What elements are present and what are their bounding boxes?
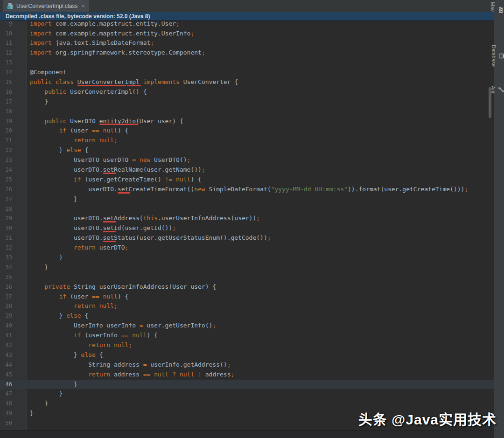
code-line[interactable]: 45 return address == null ? null : addre…	[0, 370, 494, 380]
line-number[interactable]: 37	[0, 292, 27, 302]
code-text: public UserConverterImpl() {	[27, 87, 494, 97]
code-line[interactable]: 42 return null;	[0, 341, 494, 350]
line-number[interactable]: 50	[0, 418, 27, 428]
banner-text: Decompiled .class file, bytecode version…	[6, 13, 150, 20]
line-number[interactable]: 22	[0, 146, 27, 155]
code-line[interactable]: 38 return null;	[0, 301, 494, 311]
line-number[interactable]: 46	[0, 380, 27, 389]
line-number[interactable]: 24	[0, 165, 27, 175]
line-number[interactable]: 35	[0, 272, 27, 282]
line-number[interactable]: 15	[0, 77, 27, 87]
line-number[interactable]: 42	[0, 341, 27, 350]
code-line[interactable]: 48 }	[0, 399, 494, 409]
line-number[interactable]: 19	[0, 117, 27, 126]
code-line[interactable]: 20 if (user == null) {	[0, 126, 494, 136]
code-text: userDTO.setRealName(user.getName());	[27, 165, 494, 175]
line-number[interactable]: 9	[0, 21, 27, 29]
code-line[interactable]: 32 return userDTO;	[0, 243, 494, 253]
line-number[interactable]: 38	[0, 301, 27, 311]
line-number[interactable]: 13	[0, 58, 27, 68]
code-line[interactable]: 28	[0, 204, 494, 214]
code-line[interactable]: 29 userDTO.setAddress(this.userUserInfoA…	[0, 214, 494, 223]
line-number[interactable]: 28	[0, 204, 27, 214]
line-number[interactable]: 32	[0, 243, 27, 253]
code-line[interactable]: 15public class UserConverterImpl impleme…	[0, 77, 494, 87]
code-line[interactable]: 36 private String userUserInfoAddress(Us…	[0, 282, 494, 292]
line-number[interactable]: 31	[0, 233, 27, 243]
code-line[interactable]: 44 String address = userInfo.getAddress(…	[0, 360, 494, 370]
code-line[interactable]: 39 } else {	[0, 311, 494, 321]
line-number[interactable]: 33	[0, 253, 27, 263]
line-number[interactable]: 21	[0, 136, 27, 146]
code-line[interactable]: 35	[0, 272, 494, 282]
line-number[interactable]: 26	[0, 185, 27, 195]
code-text: userDTO.setStatus(user.getUserStatusEnum…	[27, 233, 494, 243]
line-number[interactable]: 10	[0, 29, 27, 39]
line-number[interactable]: 27	[0, 195, 27, 204]
tool-button-maven[interactable]: m Maven	[494, 2, 504, 17]
code-line[interactable]: 31 userDTO.setStatus(user.getUserStatusE…	[0, 233, 494, 243]
line-number[interactable]: 12	[0, 48, 27, 58]
line-number[interactable]: 34	[0, 263, 27, 272]
code-line[interactable]: 41 if (userInfo == null) {	[0, 331, 494, 341]
tool-button-ant[interactable]: Ant	[494, 86, 504, 94]
code-line[interactable]: 14@Component	[0, 68, 494, 77]
error-underline	[103, 241, 116, 242]
line-number[interactable]: 47	[0, 389, 27, 399]
code-line[interactable]: 12import org.springframework.stereotype.…	[0, 48, 494, 58]
code-text: return null;	[27, 136, 494, 146]
code-text: }	[27, 399, 494, 409]
code-line[interactable]: 11import java.text.SimpleDateFormat;	[0, 38, 494, 48]
code-text: } else {	[27, 146, 494, 155]
line-number[interactable]: 29	[0, 214, 27, 223]
code-line[interactable]: 24 userDTO.setRealName(user.getName());	[0, 165, 494, 175]
database-icon	[499, 53, 504, 59]
line-number[interactable]: 25	[0, 175, 27, 185]
line-number[interactable]: 14	[0, 68, 27, 77]
tool-button-database[interactable]: Database	[494, 45, 504, 67]
code-line[interactable]: 19 public UserDTO entity2dto(User user) …	[0, 117, 494, 126]
line-number[interactable]: 43	[0, 350, 27, 360]
code-line[interactable]: 18	[0, 107, 494, 117]
line-number[interactable]: 39	[0, 311, 27, 321]
code-line[interactable]: 9import com.example.mapstruct.entity.Use…	[0, 21, 494, 29]
code-line[interactable]: 25 if (user.getCreateTime() != null) {	[0, 175, 494, 185]
line-number[interactable]: 16	[0, 87, 27, 97]
tab-close-icon[interactable]: ×	[81, 3, 85, 9]
code-line[interactable]: 16 public UserConverterImpl() {	[0, 87, 494, 97]
line-number[interactable]: 17	[0, 97, 27, 107]
code-editor[interactable]: 9import com.example.mapstruct.entity.Use…	[0, 21, 494, 430]
line-number[interactable]: 40	[0, 321, 27, 331]
line-number[interactable]: 41	[0, 331, 27, 341]
code-line[interactable]: 26 userDTO.setCreateTimeFormat((new Simp…	[0, 185, 494, 195]
code-line[interactable]: 27 }	[0, 195, 494, 204]
code-line[interactable]: 40 UserInfo userInfo = user.getUserInfo(…	[0, 321, 494, 331]
line-number[interactable]: 20	[0, 126, 27, 136]
code-line[interactable]: 22 } else {	[0, 146, 494, 155]
line-number[interactable]: 30	[0, 223, 27, 233]
code-line[interactable]: 13	[0, 58, 494, 68]
code-line[interactable]: 43 } else {	[0, 350, 494, 360]
code-line[interactable]: 21 return null;	[0, 136, 494, 146]
line-number[interactable]: 18	[0, 107, 27, 117]
code-text: }	[27, 97, 494, 107]
line-number[interactable]: 23	[0, 155, 27, 165]
line-number[interactable]: 36	[0, 282, 27, 292]
code-line[interactable]: 47 }	[0, 389, 494, 399]
line-number[interactable]: 45	[0, 370, 27, 380]
code-line[interactable]: 33 }	[0, 253, 494, 263]
code-line[interactable]: 30 userDTO.setId(user.getId());	[0, 223, 494, 233]
code-text: } else {	[27, 311, 494, 321]
code-line[interactable]: 34 }	[0, 263, 494, 272]
line-number[interactable]: 49	[0, 409, 27, 418]
tab-userconverterimpl-class[interactable]: c UserConverterImpl.class ×	[3, 0, 89, 12]
line-number[interactable]: 48	[0, 399, 27, 409]
code-line[interactable]: 10import com.example.mapstruct.entity.Us…	[0, 29, 494, 39]
line-number[interactable]: 44	[0, 360, 27, 370]
code-line[interactable]: 23 UserDTO userDTO = new UserDTO();	[0, 155, 494, 165]
line-number[interactable]: 11	[0, 38, 27, 48]
code-line[interactable]: 17 }	[0, 97, 494, 107]
code-text: } else {	[27, 350, 494, 360]
code-line[interactable]: 37 if (user == null) {	[0, 292, 494, 302]
code-line[interactable]: 46 }	[0, 380, 494, 389]
